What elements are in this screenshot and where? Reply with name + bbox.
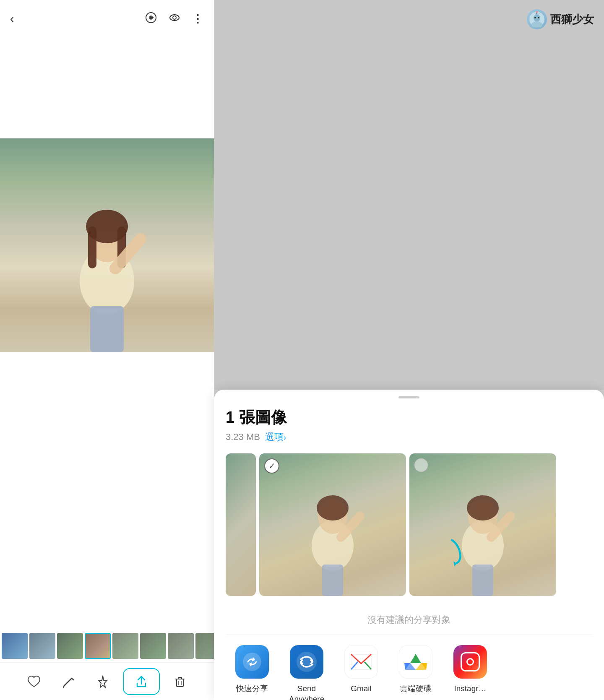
app-send-anywhere[interactable]: SendAnywhere — [284, 645, 330, 700]
sheet-thumbnail-1[interactable] — [226, 453, 256, 596]
thumbnail-6[interactable] — [140, 633, 166, 659]
drive-icon — [399, 645, 432, 679]
svg-marker-16 — [99, 676, 107, 687]
select-circle-2[interactable]: ✓ — [264, 458, 279, 474]
edit-button[interactable] — [54, 671, 83, 692]
more-icon[interactable]: ⋮ — [192, 13, 204, 26]
quick-share-label: 快速分享 — [236, 684, 268, 694]
thumbnail-8[interactable] — [195, 633, 214, 659]
instagram-label: Instagr… — [454, 684, 486, 694]
svg-rect-42 — [472, 565, 493, 596]
sheet-subtitle: 3.23 MB 選項› — [226, 431, 592, 443]
svg-point-43 — [243, 653, 261, 671]
arrow-indicator — [440, 537, 470, 568]
select-circle-3[interactable] — [414, 458, 428, 472]
app-quick-share[interactable]: 快速分享 — [229, 645, 275, 700]
svg-point-34 — [317, 495, 349, 520]
svg-line-13 — [64, 678, 72, 686]
divider — [226, 635, 592, 635]
app-drive[interactable]: 雲端硬碟 — [393, 645, 439, 700]
gmail-icon — [344, 645, 378, 679]
bottom-toolbar — [0, 662, 214, 700]
play-icon[interactable] — [145, 12, 157, 26]
sheet-thumbnail-3[interactable] — [409, 453, 556, 596]
thumbnail-3[interactable] — [57, 633, 83, 659]
thumbnail-2[interactable] — [29, 633, 55, 659]
back-button[interactable]: ‹ — [10, 12, 14, 26]
svg-point-28 — [538, 17, 539, 18]
svg-point-30 — [536, 11, 538, 13]
thumbnail-1[interactable] — [2, 633, 28, 659]
delete-button[interactable] — [166, 671, 194, 692]
thumbnail-7[interactable] — [168, 633, 194, 659]
heart-button[interactable] — [20, 671, 48, 692]
svg-line-15 — [63, 686, 64, 687]
watermark-label: 西獅少女 — [550, 12, 594, 27]
svg-rect-17 — [177, 679, 183, 687]
app-gmail[interactable]: Gmail — [338, 645, 384, 700]
share-button[interactable] — [123, 668, 160, 695]
eye-icon[interactable] — [169, 12, 180, 26]
file-size: 3.23 MB — [226, 432, 260, 442]
watermark: 西獅少女 — [527, 9, 594, 29]
share-apps-row: 快速分享 SendAnywhere — [226, 645, 592, 700]
gmail-label: Gmail — [351, 684, 372, 694]
main-photo — [0, 138, 214, 352]
sheet-handle — [398, 396, 419, 398]
thumbnail-4[interactable] — [85, 633, 111, 659]
top-bar-icons: ⋮ — [145, 12, 204, 26]
thumbnail-strip — [0, 630, 214, 662]
send-anywhere-icon — [290, 645, 323, 679]
top-bar: ‹ ⋮ — [0, 0, 214, 38]
enhance-button[interactable] — [89, 671, 117, 692]
svg-point-40 — [467, 495, 499, 520]
svg-point-44 — [297, 652, 317, 672]
svg-marker-49 — [410, 654, 421, 663]
app-instagram[interactable]: Instagr… — [447, 645, 493, 700]
thumbnail-5[interactable] — [112, 633, 138, 659]
svg-point-27 — [534, 17, 536, 18]
send-anywhere-label: SendAnywhere — [289, 684, 325, 700]
options-link[interactable]: 選項› — [265, 431, 286, 443]
watermark-avatar — [527, 9, 547, 29]
right-panel: 西獅少女 1 張圖像 3.23 MB 選項› ✓ — [214, 0, 604, 700]
instagram-icon — [453, 645, 487, 679]
svg-line-14 — [72, 678, 73, 680]
svg-marker-54 — [453, 561, 457, 566]
no-suggestions-text: 沒有建議的分享對象 — [226, 614, 592, 626]
sheet-thumbnail-2[interactable]: ✓ — [259, 453, 406, 596]
svg-rect-12 — [90, 306, 124, 352]
svg-point-4 — [173, 16, 176, 19]
svg-rect-36 — [322, 565, 343, 596]
quick-share-icon — [235, 645, 269, 679]
grey-background — [214, 0, 604, 390]
photo-thumbnails-row: ✓ — [226, 453, 592, 600]
drive-label: 雲端硬碟 — [400, 684, 432, 694]
sheet-title: 1 張圖像 — [226, 407, 592, 428]
left-panel: ‹ ⋮ — [0, 0, 214, 700]
share-bottom-sheet: 1 張圖像 3.23 MB 選項› ✓ — [214, 390, 604, 700]
svg-rect-9 — [88, 226, 96, 268]
